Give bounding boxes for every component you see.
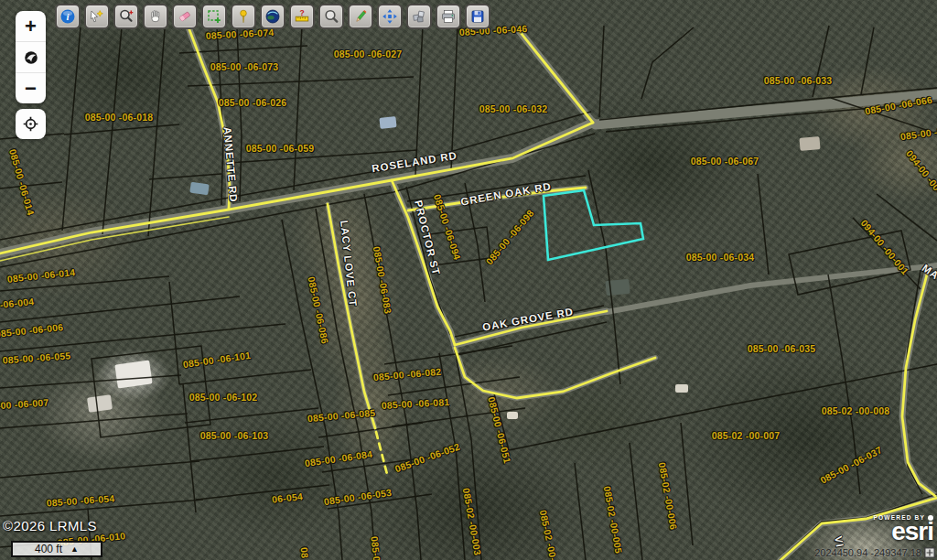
parcel-label: 085-00 -06-067 <box>691 156 759 167</box>
layers-objects-button[interactable] <box>406 4 432 29</box>
pan-hand-icon <box>147 8 164 25</box>
info-icon: i <box>59 8 76 25</box>
globe-icon <box>23 49 39 66</box>
pan-button[interactable] <box>143 4 168 29</box>
selected-parcel-outline[interactable] <box>544 190 643 260</box>
parcel-label: 085-00 -06-059 <box>246 143 315 154</box>
erase-button[interactable] <box>172 4 198 29</box>
parcel-label: 085-00 -06-034 <box>686 252 755 263</box>
parcel-label: 085-00 -06-103 <box>200 430 269 441</box>
scale-label: 400 ft <box>35 543 62 555</box>
zoom-to-icon <box>118 8 135 25</box>
save-button[interactable] <box>465 4 490 29</box>
coordinate-text: 2024450.94 -249347.18 <box>814 547 921 558</box>
scale-bar[interactable]: 400 ft ▲ <box>11 541 102 557</box>
locate-button[interactable] <box>16 109 46 139</box>
zoom-to-button[interactable] <box>113 4 139 29</box>
measure-icon: ? <box>294 8 310 25</box>
esri-attribution: POWERED BY esri <box>874 514 933 543</box>
print-icon <box>440 8 457 25</box>
eraser-icon <box>177 8 193 25</box>
parcel-label: 085-00 -06-027 <box>334 48 403 59</box>
placemark-icon <box>235 8 252 25</box>
map-viewer-window: ROSELAND RD GREEN OAK RD ANNETTE RD PROC… <box>0 0 937 560</box>
svg-text:?: ? <box>300 8 305 17</box>
parcel-label: 085-02 -00-007 <box>712 430 781 441</box>
search-icon <box>323 8 339 25</box>
save-icon <box>469 8 486 25</box>
parcel-label: 085-00 -06-073 <box>210 61 279 72</box>
full-extent-icon <box>382 8 398 25</box>
info-button[interactable]: i <box>55 4 81 29</box>
print-button[interactable] <box>436 4 461 29</box>
select-area-icon <box>206 8 222 25</box>
crosshair-box-icon[interactable] <box>924 547 935 558</box>
parcel-label: 085-00 -06-033 <box>764 75 833 86</box>
toolbar: i <box>55 4 490 29</box>
locate-control <box>16 109 46 139</box>
select-features-icon <box>89 8 105 25</box>
zoom-out-button[interactable]: − <box>16 73 46 103</box>
home-extent-button[interactable] <box>16 42 46 73</box>
parcel-label: 085-00 -06-035 <box>748 343 816 354</box>
select-area-button[interactable] <box>201 4 227 29</box>
zoom-controls: + − <box>16 11 46 103</box>
zoom-in-button[interactable]: + <box>16 11 46 42</box>
draw-button[interactable] <box>348 4 373 29</box>
placemark-button[interactable] <box>231 4 256 29</box>
parcel-label: 085-02 -00-008 <box>822 405 890 416</box>
parcel-label: 085-00 -06-032 <box>479 103 548 114</box>
select-features-button[interactable] <box>84 4 110 29</box>
parcel-label: 085-00 -06-102 <box>189 392 258 403</box>
measure-button[interactable]: ? <box>289 4 315 29</box>
parcel-label: 08 <box>298 546 310 558</box>
globe-3d-icon <box>264 8 281 25</box>
coordinate-readout: 2024450.94 -249347.18 <box>814 547 935 558</box>
search-button[interactable] <box>318 4 344 29</box>
crosshair-icon <box>22 115 39 133</box>
parcel-label: 085-00 -06-026 <box>219 97 287 108</box>
globe-3d-button[interactable] <box>260 4 285 29</box>
esri-logo: esri <box>874 521 933 543</box>
pencil-icon <box>352 8 369 25</box>
copyright-text: ©2026 LRMLS <box>3 518 97 533</box>
full-extent-button[interactable] <box>377 4 403 29</box>
parcel-label: 085-00 -06-018 <box>85 112 154 123</box>
triangle-up-icon: ▲ <box>70 545 79 554</box>
layers-objects-icon <box>411 8 427 25</box>
